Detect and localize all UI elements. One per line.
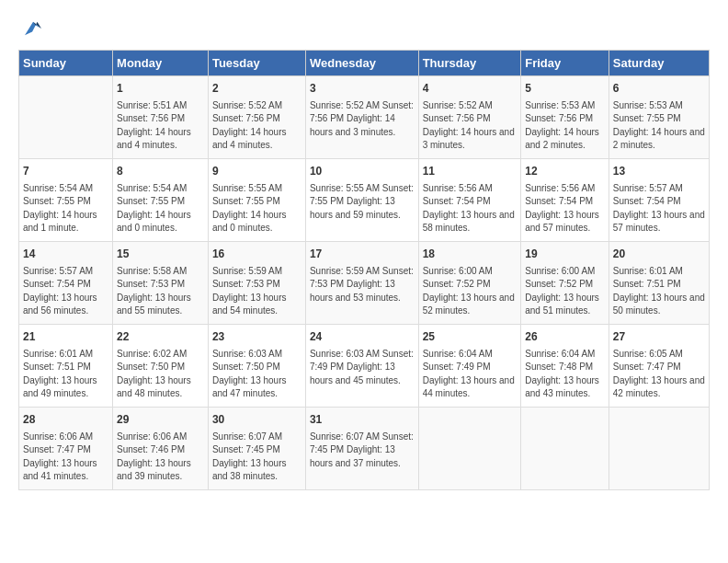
cell-content: Sunrise: 6:00 AM Sunset: 7:52 PM Dayligh… [525,265,605,318]
cell-w1-d6: 6Sunrise: 5:53 AM Sunset: 7:55 PM Daylig… [609,76,709,159]
cell-w1-d0 [19,76,113,159]
day-number: 16 [212,247,301,262]
day-number: 26 [525,329,605,345]
day-number: 9 [212,164,301,179]
calendar-body: 1Sunrise: 5:51 AM Sunset: 7:56 PM Daylig… [19,76,710,490]
cell-content: Sunrise: 5:51 AM Sunset: 7:56 PM Dayligh… [117,99,204,153]
day-number: 6 [613,81,705,97]
cell-w5-d0: 28Sunrise: 6:06 AM Sunset: 7:47 PM Dayli… [19,408,113,490]
cell-w5-d4 [418,408,521,490]
logo-text [18,18,46,40]
week-row-2: 7Sunrise: 5:54 AM Sunset: 7:55 PM Daylig… [19,159,710,242]
cell-w5-d2: 30Sunrise: 6:07 AM Sunset: 7:45 PM Dayli… [208,408,305,490]
cell-w4-d2: 23Sunrise: 6:03 AM Sunset: 7:50 PM Dayli… [208,325,305,408]
day-number: 27 [613,329,705,345]
logo [18,18,46,40]
day-number: 7 [23,164,108,179]
day-number: 8 [117,164,204,179]
cell-content: Sunrise: 5:57 AM Sunset: 7:54 PM Dayligh… [23,265,108,318]
svg-marker-0 [25,22,41,35]
cell-w4-d3: 24Sunrise: 6:03 AM Sunset: 7:49 PM Dayli… [305,325,418,408]
week-row-3: 14Sunrise: 5:57 AM Sunset: 7:54 PM Dayli… [19,242,710,325]
cell-content: Sunrise: 5:55 AM Sunset: 7:55 PM Dayligh… [310,182,415,223]
day-number: 13 [613,164,705,179]
cell-w2-d1: 8Sunrise: 5:54 AM Sunset: 7:55 PM Daylig… [113,159,209,242]
cell-w5-d5 [521,408,609,490]
cell-content: Sunrise: 5:55 AM Sunset: 7:55 PM Dayligh… [212,182,301,236]
cell-w4-d1: 22Sunrise: 6:02 AM Sunset: 7:50 PM Dayli… [113,325,209,408]
day-number: 21 [23,329,108,345]
cell-w3-d0: 14Sunrise: 5:57 AM Sunset: 7:54 PM Dayli… [19,242,113,325]
day-number: 30 [212,412,301,428]
page-header [18,18,710,40]
cell-w1-d1: 1Sunrise: 5:51 AM Sunset: 7:56 PM Daylig… [113,76,209,159]
cell-w1-d3: 3Sunrise: 5:52 AM Sunset: 7:56 PM Daylig… [305,76,418,159]
cell-content: Sunrise: 5:59 AM Sunset: 7:53 PM Dayligh… [212,265,301,318]
cell-content: Sunrise: 5:58 AM Sunset: 7:53 PM Dayligh… [117,265,204,318]
cell-content: Sunrise: 6:01 AM Sunset: 7:51 PM Dayligh… [23,348,108,401]
day-number: 19 [525,247,605,262]
cell-w2-d5: 12Sunrise: 5:56 AM Sunset: 7:54 PM Dayli… [521,159,609,242]
header-thursday: Thursday [418,51,521,76]
cell-w4-d5: 26Sunrise: 6:04 AM Sunset: 7:48 PM Dayli… [521,325,609,408]
header-row: SundayMondayTuesdayWednesdayThursdayFrid… [19,51,710,76]
day-number: 25 [423,329,518,345]
cell-w4-d0: 21Sunrise: 6:01 AM Sunset: 7:51 PM Dayli… [19,325,113,408]
day-number: 31 [310,412,415,428]
cell-content: Sunrise: 6:04 AM Sunset: 7:49 PM Dayligh… [423,348,518,401]
cell-w4-d4: 25Sunrise: 6:04 AM Sunset: 7:49 PM Dayli… [418,325,521,408]
cell-w2-d0: 7Sunrise: 5:54 AM Sunset: 7:55 PM Daylig… [19,159,113,242]
cell-w1-d5: 5Sunrise: 5:53 AM Sunset: 7:56 PM Daylig… [521,76,609,159]
cell-w5-d1: 29Sunrise: 6:06 AM Sunset: 7:46 PM Dayli… [113,408,209,490]
cell-content: Sunrise: 6:01 AM Sunset: 7:51 PM Dayligh… [613,265,705,318]
cell-w1-d2: 2Sunrise: 5:52 AM Sunset: 7:56 PM Daylig… [208,76,305,159]
day-number: 3 [310,81,415,97]
cell-content: Sunrise: 5:53 AM Sunset: 7:56 PM Dayligh… [525,99,605,153]
cell-content: Sunrise: 6:03 AM Sunset: 7:50 PM Dayligh… [212,348,301,401]
day-number: 24 [310,329,415,345]
cell-w2-d4: 11Sunrise: 5:56 AM Sunset: 7:54 PM Dayli… [418,159,521,242]
cell-content: Sunrise: 5:56 AM Sunset: 7:54 PM Dayligh… [423,182,518,236]
cell-content: Sunrise: 5:54 AM Sunset: 7:55 PM Dayligh… [117,182,204,236]
cell-w2-d2: 9Sunrise: 5:55 AM Sunset: 7:55 PM Daylig… [208,159,305,242]
day-number: 17 [310,247,415,262]
cell-content: Sunrise: 5:57 AM Sunset: 7:54 PM Dayligh… [613,182,705,236]
day-number: 1 [117,81,204,97]
header-wednesday: Wednesday [305,51,418,76]
cell-content: Sunrise: 6:03 AM Sunset: 7:49 PM Dayligh… [310,348,415,388]
cell-w3-d4: 18Sunrise: 6:00 AM Sunset: 7:52 PM Dayli… [418,242,521,325]
cell-content: Sunrise: 6:04 AM Sunset: 7:48 PM Dayligh… [525,348,605,401]
logo-bird-icon [20,20,46,37]
day-number: 18 [423,247,518,262]
day-number: 2 [212,81,301,97]
day-number: 15 [117,247,204,262]
cell-w5-d3: 31Sunrise: 6:07 AM Sunset: 7:45 PM Dayli… [305,408,418,490]
cell-w1-d4: 4Sunrise: 5:52 AM Sunset: 7:56 PM Daylig… [418,76,521,159]
cell-content: Sunrise: 5:53 AM Sunset: 7:55 PM Dayligh… [613,99,705,153]
cell-w5-d6 [609,408,709,490]
header-monday: Monday [113,51,209,76]
cell-content: Sunrise: 5:54 AM Sunset: 7:55 PM Dayligh… [23,182,108,236]
cell-w3-d3: 17Sunrise: 5:59 AM Sunset: 7:53 PM Dayli… [305,242,418,325]
day-number: 23 [212,329,301,345]
cell-content: Sunrise: 6:06 AM Sunset: 7:47 PM Dayligh… [23,431,108,484]
cell-w4-d6: 27Sunrise: 6:05 AM Sunset: 7:47 PM Dayli… [609,325,709,408]
calendar-header: SundayMondayTuesdayWednesdayThursdayFrid… [19,51,710,76]
header-friday: Friday [521,51,609,76]
day-number: 5 [525,81,605,97]
day-number: 11 [423,164,518,179]
cell-w2-d3: 10Sunrise: 5:55 AM Sunset: 7:55 PM Dayli… [305,159,418,242]
week-row-5: 28Sunrise: 6:06 AM Sunset: 7:47 PM Dayli… [19,408,710,490]
cell-w3-d1: 15Sunrise: 5:58 AM Sunset: 7:53 PM Dayli… [113,242,209,325]
day-number: 28 [23,412,108,428]
week-row-1: 1Sunrise: 5:51 AM Sunset: 7:56 PM Daylig… [19,76,710,159]
cell-content: Sunrise: 5:52 AM Sunset: 7:56 PM Dayligh… [310,99,415,140]
day-number: 20 [613,247,705,262]
cell-content: Sunrise: 6:07 AM Sunset: 7:45 PM Dayligh… [310,431,415,471]
cell-content: Sunrise: 5:56 AM Sunset: 7:54 PM Dayligh… [525,182,605,236]
cell-content: Sunrise: 6:06 AM Sunset: 7:46 PM Dayligh… [117,431,204,484]
cell-content: Sunrise: 6:00 AM Sunset: 7:52 PM Dayligh… [423,265,518,318]
day-number: 22 [117,329,204,345]
cell-content: Sunrise: 6:02 AM Sunset: 7:50 PM Dayligh… [117,348,204,401]
day-number: 14 [23,247,108,262]
